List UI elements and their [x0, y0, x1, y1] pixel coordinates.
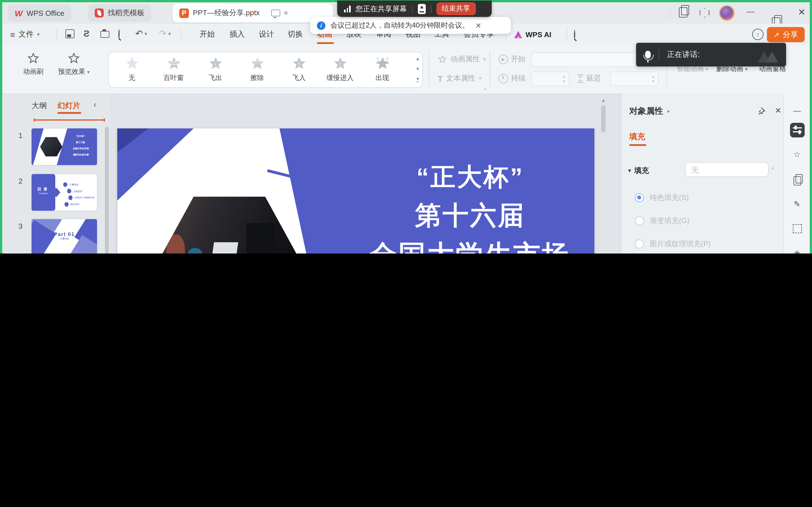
multi-window-icon[interactable]	[679, 7, 688, 17]
slide-editor[interactable]: “正大杯” 第十六届 全国大学生市场 调研与分析大赛	[117, 128, 594, 253]
export-pdf-icon[interactable]: Ƨ	[84, 29, 89, 39]
slide-title-line2: 第十六届	[351, 196, 590, 235]
menu-design[interactable]: 设计	[259, 29, 274, 40]
share-arrow-icon: ↗	[774, 31, 779, 39]
collapse-panel-icon[interactable]: ‹	[94, 100, 96, 109]
tab-docer-templates[interactable]: 找稻壳模板	[88, 4, 151, 21]
thumbnails-scrollbar[interactable]	[105, 127, 109, 253]
ppt-file-icon: P	[179, 8, 189, 18]
wps-ai-button[interactable]: WPS AI	[514, 31, 552, 39]
menu-divider	[567, 29, 567, 40]
meeting-app-logo	[758, 47, 780, 62]
text-properties-button: T 文本属性▾	[438, 73, 481, 83]
panel-close-icon[interactable]: ✕	[775, 106, 781, 115]
toast-close-icon[interactable]: ✕	[475, 21, 481, 30]
gallery-more-icon[interactable]: ▾	[416, 76, 419, 82]
chevron-down-icon: ▾	[37, 32, 40, 37]
dialog-launcher-icon[interactable]: ↘	[483, 86, 487, 91]
fill-dropdown-chevron-icon[interactable]: ▾	[771, 166, 774, 171]
effect-appear[interactable]: 出现	[364, 56, 401, 83]
start-label: 开始	[511, 54, 525, 64]
strip-beautify-wand-icon[interactable]: ✎	[794, 200, 800, 209]
tab-slides-active[interactable]: 幻灯片	[57, 101, 80, 111]
tab-outline[interactable]: 大纲	[32, 101, 47, 111]
menu-transition[interactable]: 切换	[288, 29, 303, 40]
print-icon[interactable]	[100, 31, 109, 38]
vscroll-up-icon[interactable]: ▴	[600, 98, 607, 103]
ribbon-divider	[428, 51, 429, 87]
star-preview-icon	[67, 52, 81, 65]
menu-divider	[56, 29, 57, 40]
slide-title-block[interactable]: “正大杯” 第十六届 全国大学生市场 调研与分析大赛	[351, 158, 590, 253]
panel-title-row[interactable]: 对象属性 ▾	[629, 106, 670, 117]
file-menu-label: 文件	[18, 29, 34, 40]
fill-solid-option[interactable]: 纯色填充(S)	[635, 193, 689, 203]
search-icon[interactable]	[574, 31, 575, 39]
speaking-label: 正在讲话:	[667, 50, 700, 60]
end-share-button[interactable]: 结束共享	[436, 2, 476, 15]
fill-type-dropdown[interactable]: 无	[685, 162, 769, 177]
effect-fly-in[interactable]: ↑ 飞入	[280, 56, 317, 83]
menu-home[interactable]: 开始	[200, 29, 215, 40]
pin-icon[interactable]	[758, 107, 766, 115]
wps-logo-icon: W	[15, 8, 22, 18]
menu-insert[interactable]: 插入	[230, 29, 245, 40]
text-properties-label: 文本属性	[446, 73, 475, 83]
tab-document[interactable]: P PPT—经验分享.pptx	[172, 3, 333, 22]
effect-slow-enter[interactable]: ↑ 缓慢进入	[319, 56, 361, 83]
save-icon[interactable]	[65, 29, 74, 38]
wps-ai-icon	[514, 31, 522, 38]
redo-button[interactable]: ↷▾	[159, 28, 171, 39]
file-menu[interactable]: ≡ 文件 ▾	[10, 24, 40, 45]
effect-blinds[interactable]: 百叶窗	[155, 56, 192, 83]
share-border-right	[810, 0, 812, 253]
strip-properties-icon-active[interactable]	[790, 123, 804, 137]
fill-picture-option[interactable]: 图片或纹理填充(P)	[635, 239, 711, 249]
minimize-button[interactable]: —	[747, 7, 755, 16]
presenting-monitor-icon	[271, 10, 281, 16]
effect-fly-out[interactable]: ↓ 飞出	[197, 56, 234, 83]
workspace-cube-icon[interactable]	[700, 8, 709, 17]
fill-gradient-option[interactable]: 渐变填充(G)	[635, 216, 690, 226]
avatar[interactable]	[719, 5, 735, 21]
microphone-icon	[645, 51, 651, 59]
slide-canvas: “正大杯” 第十六届 全国大学生市场 调研与分析大赛 ▴ ▾ ▴▴ ▾ ◂ ▸ …	[110, 94, 621, 253]
strip-collapse-icon[interactable]: —	[793, 106, 801, 115]
animation-brush-button[interactable]: 动画刷	[19, 52, 47, 76]
slide-thumbnail-2[interactable]: 目 录 Contents 大赛内容 主题选择 问卷设计与数据分析 报告撰写	[32, 174, 97, 211]
slide-photo-hexagon[interactable]	[158, 193, 301, 254]
thumb-number: 3	[12, 222, 22, 230]
document-status-dot	[285, 11, 288, 15]
print-preview-icon[interactable]	[118, 30, 119, 38]
fill-tab[interactable]: 填充	[629, 132, 645, 142]
share-select-icon[interactable]	[417, 4, 425, 14]
close-button[interactable]: ✕	[798, 7, 806, 17]
gallery-scroll-down-icon[interactable]: ▾	[416, 66, 419, 71]
tab-wps-office[interactable]: W WPS Office	[8, 4, 71, 21]
animation-brush-label: 动画刷	[19, 67, 47, 76]
meeting-toast: i 会议已超过2人，自动转为40分钟限时会议。 ✕	[310, 17, 511, 34]
start-row: ▶ 开始	[499, 54, 525, 64]
strip-crop-icon[interactable]	[793, 224, 802, 233]
radio-selected-icon	[635, 193, 644, 202]
share-toolbar-divider	[430, 5, 431, 13]
delay-label: 延迟	[587, 73, 601, 83]
share-button[interactable]: ↗ 分享	[767, 27, 805, 42]
undo-button[interactable]: ↶▾	[135, 28, 147, 39]
vscroll-thumb[interactable]	[601, 105, 606, 132]
effect-wipe[interactable]: 擦除	[239, 56, 276, 83]
effect-none[interactable]: 无	[113, 56, 151, 83]
fill-section-header[interactable]: ▼ 填充	[627, 166, 649, 176]
strip-design-leaf-icon[interactable]: ❀	[794, 249, 800, 253]
strip-effects-star-icon[interactable]: ☆	[794, 150, 801, 159]
upload-cloud-icon[interactable]: ↑	[752, 29, 763, 40]
preview-effect-button[interactable]: 预览效果 ▾	[56, 52, 91, 76]
fill-picture-label: 图片或纹理填充(P)	[650, 239, 711, 249]
strip-shapes-icon[interactable]	[794, 176, 801, 185]
slide-thumbnail-1[interactable]: “正大杯” 第十六届 全国大学生市场 调研与分析大赛	[32, 128, 97, 165]
meeting-toast-text: 会议已超过2人，自动转为40分钟限时会议。	[331, 20, 469, 30]
text-info-icon: T	[438, 73, 443, 83]
gallery-scroll-up-icon[interactable]: ▴	[416, 56, 419, 61]
slide-thumbnail-3[interactable]: Part 01 大赛内容	[32, 219, 97, 253]
menu-divider	[181, 29, 181, 40]
